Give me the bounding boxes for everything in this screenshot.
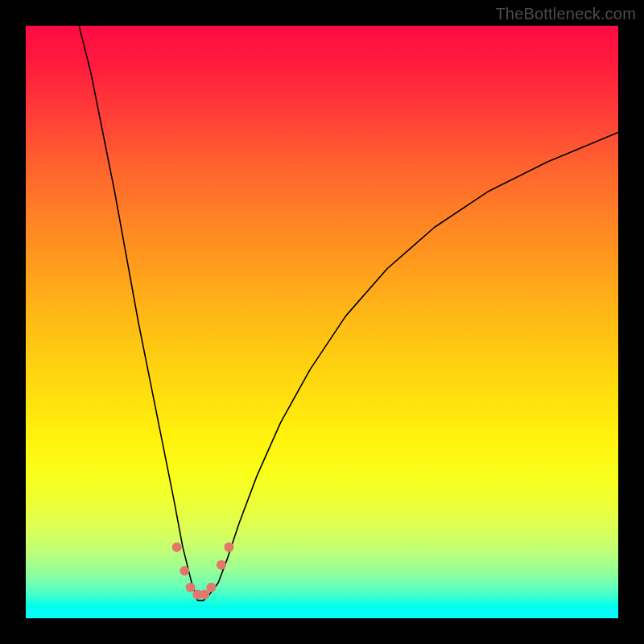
chart-stage: TheBottleneck.com — [0, 0, 644, 644]
plot-area — [26, 26, 618, 618]
curve-dot — [217, 560, 226, 570]
curve-dot — [180, 566, 189, 576]
curve-dot — [172, 543, 182, 552]
curve-dot — [186, 583, 196, 592]
curve-dot — [206, 583, 216, 592]
watermark-text: TheBottleneck.com — [495, 5, 636, 23]
curve-layer — [26, 26, 618, 618]
bottleneck-curve — [79, 26, 618, 601]
curve-dot — [224, 543, 233, 552]
curve-minimum-dots — [172, 543, 234, 600]
curve-dot — [200, 590, 209, 600]
